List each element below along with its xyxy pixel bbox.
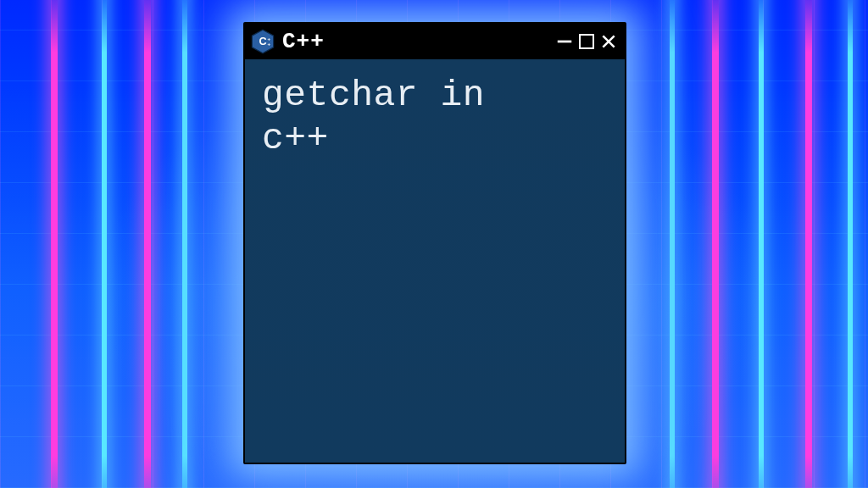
- neon-bar-cyan: [670, 0, 675, 488]
- window-title: C++: [282, 29, 548, 54]
- cpp-logo-icon: C + +: [250, 29, 275, 54]
- neon-bar-cyan: [102, 0, 107, 488]
- neon-bar-pink: [712, 0, 719, 488]
- close-icon[interactable]: [599, 32, 618, 51]
- neon-bar-cyan: [848, 0, 853, 488]
- window-controls: [555, 32, 618, 51]
- terminal-body: getchar in c++: [245, 59, 625, 463]
- neon-bar-cyan: [182, 0, 187, 488]
- neon-bar-pink: [805, 0, 812, 488]
- neon-bar-cyan: [759, 0, 764, 488]
- minimize-icon[interactable]: [555, 32, 574, 51]
- titlebar[interactable]: C + + C++: [245, 24, 625, 59]
- neon-bar-pink: [144, 0, 151, 488]
- content-line-2: c++: [262, 118, 608, 161]
- content-line-1: getchar in: [262, 75, 608, 118]
- neon-bar-pink: [51, 0, 58, 488]
- svg-text:+: +: [267, 36, 270, 42]
- svg-text:C: C: [259, 36, 266, 47]
- maximize-icon[interactable]: [579, 34, 594, 49]
- terminal-window: C + + C++ getchar in c++: [243, 22, 626, 464]
- svg-text:+: +: [267, 42, 270, 47]
